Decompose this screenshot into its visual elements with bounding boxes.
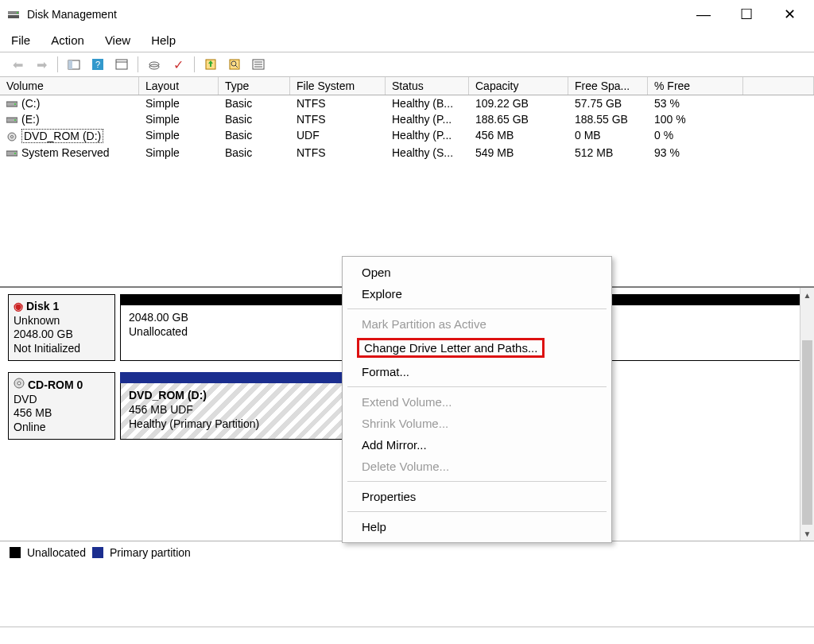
ctx-separator bbox=[347, 481, 607, 482]
disk-info-box[interactable]: ◉Disk 1 Unknown 2048.00 GB Not Initializ… bbox=[8, 294, 115, 361]
toolbar-separator bbox=[194, 56, 195, 72]
drive-icon bbox=[6, 99, 17, 108]
legend-label: Unallocated bbox=[27, 546, 86, 559]
col-type[interactable]: Type bbox=[219, 77, 290, 95]
svg-point-26 bbox=[14, 153, 16, 154]
ctx-extend: Extend Volume... bbox=[346, 391, 608, 413]
app-icon bbox=[6, 7, 21, 21]
close-button[interactable]: ✕ bbox=[771, 1, 808, 28]
col-spacer bbox=[743, 77, 814, 95]
volume-row[interactable]: DVD_ROM (D:) SimpleBasicUDFHealthy (P...… bbox=[0, 127, 814, 145]
svg-point-2 bbox=[17, 12, 18, 14]
maximize-button[interactable]: ☐ bbox=[728, 1, 765, 28]
settings-checkmark-button[interactable]: ✓ bbox=[169, 55, 188, 74]
svg-point-20 bbox=[14, 103, 16, 105]
svg-rect-4 bbox=[68, 60, 72, 69]
ctx-format[interactable]: Format... bbox=[346, 361, 608, 382]
ctx-properties[interactable]: Properties bbox=[346, 486, 608, 507]
menu-view[interactable]: View bbox=[102, 32, 134, 48]
show-console-button[interactable] bbox=[64, 55, 83, 74]
col-capacity[interactable]: Capacity bbox=[469, 77, 568, 95]
toolbar: ⬅ ➡ ? ✓ bbox=[0, 52, 814, 77]
volume-table-header: Volume Layout Type File System Status Ca… bbox=[0, 77, 814, 95]
optical-drive-icon bbox=[14, 378, 25, 393]
help-topic-button[interactable]: ? bbox=[88, 55, 107, 74]
action-list-button[interactable] bbox=[249, 55, 268, 74]
menu-bar: File Action View Help bbox=[0, 29, 814, 52]
ctx-open[interactable]: Open bbox=[346, 262, 608, 283]
disk-info-box[interactable]: CD-ROM 0 DVD 456 MB Online bbox=[8, 372, 115, 440]
col-layout[interactable]: Layout bbox=[139, 77, 219, 95]
col-volume[interactable]: Volume bbox=[0, 77, 139, 95]
nav-forward-button[interactable]: ➡ bbox=[32, 55, 51, 74]
vertical-scrollbar[interactable]: ▲ ▼ bbox=[800, 288, 814, 541]
legend-label: Primary partition bbox=[110, 546, 191, 559]
col-free[interactable]: Free Spa... bbox=[568, 77, 648, 95]
minimize-button[interactable]: — bbox=[685, 1, 722, 28]
svg-point-22 bbox=[14, 119, 16, 121]
volume-row[interactable]: (C:) SimpleBasicNTFSHealthy (B...109.22 … bbox=[0, 95, 814, 111]
ctx-separator bbox=[347, 308, 607, 309]
svg-text:?: ? bbox=[95, 60, 100, 69]
action-search-button[interactable] bbox=[225, 55, 244, 74]
svg-point-28 bbox=[17, 382, 21, 385]
ctx-explore[interactable]: Explore bbox=[346, 283, 608, 305]
status-bar bbox=[0, 627, 814, 644]
ctx-separator bbox=[347, 386, 607, 387]
legend-swatch-unallocated bbox=[10, 547, 21, 558]
ctx-shrink: Shrink Volume... bbox=[346, 413, 608, 434]
ctx-change-drive-letter[interactable]: Change Drive Letter and Paths... bbox=[346, 335, 608, 361]
drive-icon bbox=[6, 148, 17, 157]
refresh-columns-button[interactable] bbox=[112, 55, 131, 74]
rescan-disks-button[interactable] bbox=[145, 55, 164, 74]
toolbar-separator bbox=[57, 56, 58, 72]
volume-row[interactable]: System Reserved SimpleBasicNTFSHealthy (… bbox=[0, 145, 814, 161]
ctx-mark-active: Mark Partition as Active bbox=[346, 313, 608, 335]
menu-action[interactable]: Action bbox=[48, 32, 87, 48]
menu-file[interactable]: File bbox=[8, 32, 33, 48]
svg-rect-1 bbox=[8, 15, 19, 18]
scrollbar-thumb[interactable] bbox=[802, 340, 812, 525]
nav-back-button[interactable]: ⬅ bbox=[8, 55, 27, 74]
drive-icon bbox=[6, 114, 17, 124]
ctx-delete: Delete Volume... bbox=[346, 456, 608, 477]
svg-rect-7 bbox=[116, 60, 127, 69]
toolbar-separator bbox=[138, 56, 138, 72]
col-pctfree[interactable]: % Free bbox=[648, 77, 743, 95]
menu-help[interactable]: Help bbox=[148, 32, 179, 48]
legend-bar: Unallocated Primary partition bbox=[0, 541, 814, 564]
dvd-icon bbox=[6, 131, 17, 141]
title-bar: Disk Management — ☐ ✕ bbox=[0, 0, 814, 29]
svg-point-24 bbox=[11, 136, 14, 138]
context-menu: Open Explore Mark Partition as Active Ch… bbox=[342, 256, 612, 543]
ctx-add-mirror[interactable]: Add Mirror... bbox=[346, 434, 608, 456]
col-status[interactable]: Status bbox=[386, 77, 469, 95]
scroll-down-icon[interactable]: ▼ bbox=[800, 526, 814, 541]
legend-swatch-primary bbox=[92, 547, 103, 558]
action-up-button[interactable] bbox=[201, 55, 220, 74]
ctx-separator bbox=[347, 511, 607, 512]
disk-warning-icon: ◉ bbox=[14, 300, 23, 314]
scroll-up-icon[interactable]: ▲ bbox=[800, 288, 814, 302]
col-fs[interactable]: File System bbox=[290, 77, 386, 95]
volume-row[interactable]: (E:) SimpleBasicNTFSHealthy (P...188.65 … bbox=[0, 111, 814, 127]
ctx-help[interactable]: Help bbox=[346, 516, 608, 537]
window-title: Disk Management bbox=[27, 8, 117, 21]
